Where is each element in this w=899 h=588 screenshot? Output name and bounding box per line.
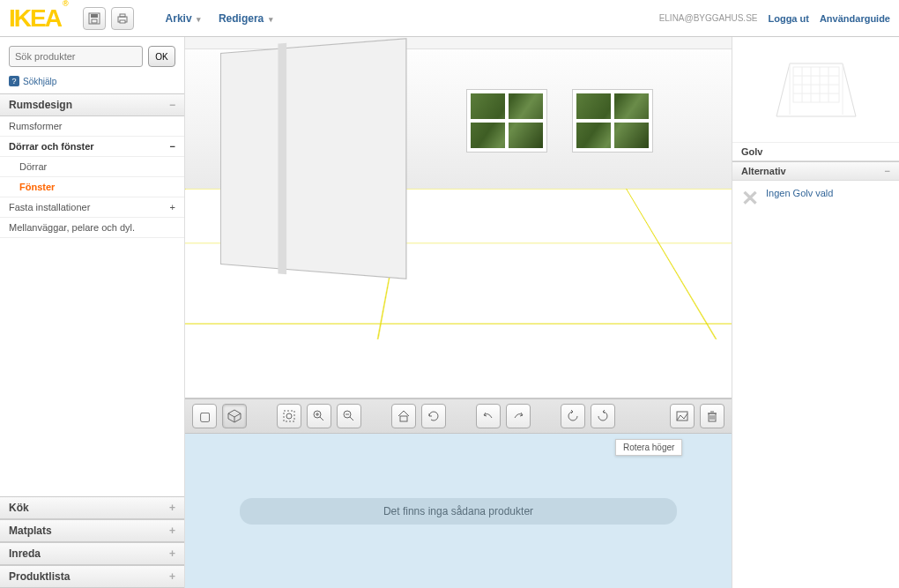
menu-redigera[interactable]: Redigera ▾ (219, 12, 273, 25)
collapse-icon: − (169, 99, 175, 111)
rotate-left-icon (566, 409, 580, 423)
accordion-inreda[interactable]: Inreda+ (0, 542, 184, 565)
no-selection-icon: ✕ (741, 188, 759, 209)
accordion-rumsdesign[interactable]: Rumsdesign− (0, 93, 184, 116)
search-input[interactable] (9, 46, 143, 67)
item-dorrar-fonster[interactable]: Dörrar och fönster− (0, 137, 184, 157)
mini-3d-preview[interactable] (732, 37, 899, 143)
item-rumsformer[interactable]: Rumsformer (0, 116, 184, 137)
reset-view-button[interactable] (421, 404, 446, 428)
product-history-panel: Det finns inga sådana produkter (185, 434, 732, 588)
expand-icon: + (169, 547, 175, 560)
svg-rect-1 (91, 14, 98, 18)
rotate-left-button[interactable] (561, 404, 585, 428)
logout-link[interactable]: Logga ut (768, 13, 808, 24)
viewport-toolbar: ▢ (185, 398, 732, 434)
item-fasta[interactable]: Fasta installationer+ (0, 197, 184, 218)
room-ceiling (185, 37, 732, 49)
save-button[interactable] (83, 7, 106, 30)
search-ok-button[interactable]: OK (148, 46, 175, 67)
svg-line-15 (350, 417, 353, 421)
home-view-button[interactable] (391, 404, 416, 428)
left-sidebar: OK ? Sökhjälp Rumsdesign− Rumsformer Dör… (0, 37, 185, 588)
center-area: ▢ (185, 37, 732, 588)
rotate-right-icon (596, 409, 610, 423)
refresh-icon (427, 409, 441, 423)
print-button[interactable] (111, 7, 134, 30)
no-floor-selected-label: Ingen Golv vald (766, 188, 833, 198)
expand-icon: + (169, 570, 175, 583)
zoom-out-button[interactable] (337, 404, 361, 428)
svg-rect-2 (92, 19, 97, 23)
cube-icon (227, 409, 241, 423)
svg-rect-4 (120, 14, 125, 17)
question-icon: ? (9, 76, 19, 86)
no-products-message: Det finns inga sådana produkter (240, 498, 677, 525)
item-fonster[interactable]: Fönster (0, 177, 184, 197)
undo-button[interactable] (476, 404, 501, 428)
redo-icon (511, 409, 525, 423)
3d-viewport[interactable] (185, 37, 732, 398)
floppy-icon (88, 12, 100, 25)
printer-icon (116, 12, 129, 25)
header-menus: Arkiv ▾ Redigera ▾ (166, 12, 273, 25)
zoom-out-icon (342, 409, 356, 423)
svg-rect-8 (284, 411, 294, 421)
zoom-in-button[interactable] (307, 404, 331, 428)
room-thumbnail-icon (763, 46, 869, 134)
right-sidebar: Golv Alternativ− ✕ Ingen Golv vald (732, 37, 899, 588)
rotate-right-button[interactable] (591, 404, 615, 428)
user-guide-link[interactable]: Användarguide (820, 13, 890, 24)
room-window[interactable] (467, 90, 546, 152)
zoom-fit-icon (282, 409, 296, 423)
collapse-icon: − (885, 166, 890, 176)
accordion-produktlista[interactable]: Produktlista+ (0, 565, 184, 588)
user-email-label: ELINA@BYGGAHUS.SE (659, 13, 758, 23)
expand-icon: + (170, 202, 175, 212)
collapse-icon: − (170, 141, 175, 152)
search-help-label: Sökhjälp (23, 77, 56, 86)
zoom-fit-button[interactable] (277, 404, 301, 428)
square-icon: ▢ (199, 409, 211, 423)
undo-icon (481, 409, 495, 423)
item-dorrar[interactable]: Dörrar (0, 157, 184, 177)
svg-rect-5 (120, 20, 125, 23)
floor-section-label: Golv (732, 143, 899, 161)
expand-icon: + (169, 525, 175, 537)
home-icon (397, 409, 411, 423)
svg-point-9 (286, 413, 292, 419)
map-icon (675, 409, 689, 423)
zoom-in-icon (312, 409, 326, 423)
ikea-logo: IKEA® (9, 4, 65, 33)
svg-rect-17 (400, 416, 407, 421)
alternatives-header[interactable]: Alternativ− (732, 161, 899, 181)
app-header: IKEA® Arkiv ▾ Redigera ▾ ELINA@BYGGAHUS.… (0, 0, 899, 37)
room-partition[interactable] (220, 38, 406, 279)
accordion-matplats[interactable]: Matplats+ (0, 519, 184, 542)
search-help-link[interactable]: ? Sökhjälp (0, 76, 184, 93)
menu-arkiv[interactable]: Arkiv ▾ (166, 12, 201, 25)
expand-icon: + (169, 502, 175, 514)
svg-line-11 (320, 417, 323, 421)
chevron-down-icon: ▾ (269, 15, 273, 24)
room-window[interactable] (573, 90, 652, 152)
trash-icon (705, 409, 719, 423)
svg-marker-6 (228, 410, 241, 417)
snapshot-button[interactable] (670, 404, 695, 428)
delete-button[interactable] (700, 404, 724, 428)
header-right: ELINA@BYGGAHUS.SE Logga ut Användarguide (659, 13, 890, 24)
view-3d-button[interactable] (222, 404, 247, 428)
toolbar-tooltip: Rotera höger (615, 439, 682, 456)
item-mellan[interactable]: Mellanväggar, pelare och dyl. (0, 218, 184, 238)
view-2d-button[interactable]: ▢ (192, 404, 217, 428)
accordion-kok[interactable]: Kök+ (0, 496, 184, 519)
redo-button[interactable] (506, 404, 531, 428)
chevron-down-icon: ▾ (197, 15, 201, 24)
